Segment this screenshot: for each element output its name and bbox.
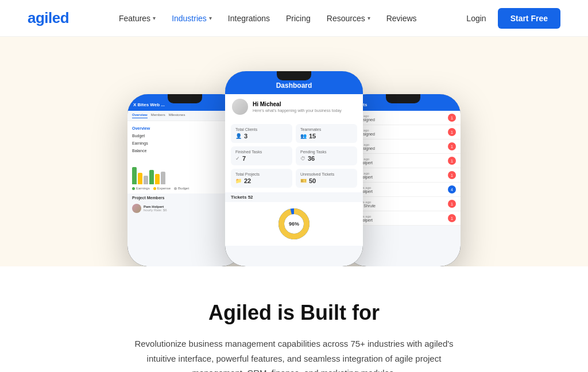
- card-label: Unresolved Tickets: [300, 172, 353, 176]
- tasks-pending-icon: ⏱: [300, 156, 305, 161]
- clients-icon: 👤: [235, 133, 242, 139]
- budget-dot: [174, 187, 177, 190]
- dashboard-user: Hi Micheal Here's what's happening with …: [225, 94, 363, 119]
- card-label: Pending Tasks: [300, 150, 353, 154]
- bar-2: [138, 173, 142, 184]
- section-body: Revolutionize business management capabi…: [122, 336, 466, 372]
- menu-earnings[interactable]: Earnings: [132, 140, 238, 147]
- list-item: a month ago Pam Holpert 1: [346, 168, 461, 183]
- tickets-icon: 🎫: [300, 178, 307, 184]
- finished-tasks-value: 7: [242, 155, 246, 162]
- menu-overview[interactable]: Overview: [132, 125, 238, 132]
- projects-icon: 📁: [235, 178, 242, 184]
- card-value-row: 📁 22: [235, 177, 288, 184]
- tab-overview[interactable]: Overview: [132, 113, 148, 118]
- right-phone-screen: Tickets 16 days ago 1 Unassigned 1 29 da…: [346, 94, 461, 266]
- phones-container: X Bites Web ... Overview Members Milesto…: [82, 71, 506, 266]
- ticket-badge: 1: [448, 128, 456, 136]
- card-finished-tasks: Finished Tasks ✓ 7: [231, 146, 292, 165]
- list-item: 6 months ago Pam Holpert 1: [346, 211, 461, 226]
- chevron-down-icon: ▾: [209, 15, 212, 21]
- projects-value: 22: [244, 177, 251, 184]
- user-avatar: [232, 99, 248, 115]
- nav-features[interactable]: Features▾: [119, 14, 156, 23]
- budget-label: Budget: [178, 187, 189, 190]
- card-total-clients: Total Clients 👤 3: [231, 124, 292, 143]
- bar-1: [132, 167, 137, 184]
- earnings-label: Earnings: [136, 187, 150, 190]
- ticket-badge: 1: [448, 157, 456, 165]
- chart-legend: Earnings Expense Budget: [132, 187, 238, 190]
- tab-members[interactable]: Members: [151, 113, 165, 118]
- donut-chart-area: 96%: [225, 202, 363, 246]
- list-item: 16 days ago 1 Unassigned 1: [346, 111, 461, 125]
- card-label: Total Clients: [235, 127, 288, 131]
- right-phone: Tickets 16 days ago 1 Unassigned 1 29 da…: [346, 94, 461, 266]
- bar-5: [155, 174, 160, 184]
- ticket-badge: 1: [448, 214, 456, 222]
- menu-budget[interactable]: Budget: [132, 132, 238, 140]
- tab-milestones[interactable]: Milestones: [169, 113, 185, 118]
- list-item: 29 days ago 1 Unassigned 1: [346, 125, 461, 140]
- greeting-text: Hi Micheal Here's what's happening with …: [253, 101, 342, 113]
- phone-notch: [386, 94, 420, 103]
- ticket-badge: 1: [448, 142, 456, 150]
- center-phone-screen: Dashboard Hi Micheal Here's what's happe…: [225, 71, 363, 266]
- navbar: agiled Features▾ Industries▾ Integration…: [0, 0, 588, 37]
- ticket-badge: 4: [448, 185, 456, 193]
- start-free-button[interactable]: Start Free: [498, 8, 560, 29]
- member-role: hourly Rate: $6: [144, 208, 167, 212]
- bar-4: [149, 170, 154, 184]
- greeting-name: Hi Micheal: [253, 101, 342, 107]
- phone-notch: [168, 94, 202, 103]
- card-label: Finished Tasks: [235, 150, 288, 154]
- chevron-down-icon: ▾: [368, 15, 370, 21]
- expense-dot: [153, 187, 156, 190]
- greeting-sub: Here's what's happening with your busine…: [253, 108, 342, 113]
- card-pending-tasks: Pending Tasks ⏱ 36: [296, 146, 357, 165]
- content-section: Agiled is Built for Revolutionize busine…: [0, 266, 588, 372]
- menu-balance[interactable]: Balance: [132, 147, 238, 154]
- list-item: 3 months ago Pam Holpert 4: [346, 183, 461, 197]
- dashboard-grid: Total Clients 👤 3 Teammates 👥 15: [225, 119, 363, 192]
- login-link[interactable]: Login: [466, 14, 486, 23]
- chart-bars: [132, 161, 238, 184]
- tickets-label: Tickets 52: [225, 192, 363, 202]
- member-avatar: [132, 204, 141, 213]
- donut-chart: 96%: [277, 207, 311, 241]
- card-label: Total Projects: [235, 172, 288, 176]
- expense-label: Expense: [157, 187, 171, 190]
- legend-earnings: Earnings: [132, 187, 150, 190]
- avatar-image: [232, 99, 248, 115]
- ticket-badge: 1: [448, 171, 456, 179]
- clients-value: 3: [244, 133, 247, 140]
- legend-expense: Expense: [153, 187, 171, 190]
- card-total-projects: Total Projects 📁 22: [231, 169, 292, 188]
- logo[interactable]: agiled: [28, 9, 69, 27]
- ticket-badge: 1: [448, 114, 456, 122]
- tasks-done-icon: ✓: [235, 156, 240, 161]
- card-value-row: ⏱ 36: [300, 155, 353, 162]
- earnings-dot: [132, 187, 135, 190]
- card-value-row: 👥 15: [300, 133, 353, 140]
- svg-text:96%: 96%: [289, 221, 299, 227]
- nav-industries[interactable]: Industries▾: [172, 14, 212, 23]
- card-teammates: Teammates 👥 15: [296, 124, 357, 143]
- card-label: Teammates: [300, 127, 353, 131]
- nav-resources[interactable]: Resources▾: [327, 14, 370, 23]
- chevron-down-icon: ▾: [153, 15, 156, 21]
- phone-notch: [277, 71, 311, 80]
- card-unresolved-tickets: Unresolved Tickets 🎫 50: [296, 169, 357, 188]
- pending-tasks-value: 36: [308, 155, 315, 162]
- legend-budget: Budget: [174, 187, 189, 190]
- card-value-row: ✓ 7: [235, 155, 288, 162]
- nav-pricing[interactable]: Pricing: [286, 14, 311, 23]
- nav-integrations[interactable]: Integrations: [228, 14, 270, 23]
- teammates-value: 15: [309, 133, 316, 140]
- card-value-row: 🎫 50: [300, 177, 353, 184]
- list-item: 5 months ago Dwight Shrute 1: [346, 197, 461, 211]
- hero-section: X Bites Web ... Overview Members Milesto…: [0, 37, 588, 266]
- ticket-badge: 1: [448, 200, 456, 208]
- nav-reviews[interactable]: Reviews: [386, 14, 417, 23]
- nav-links: Features▾ Industries▾ Integrations Prici…: [119, 14, 417, 23]
